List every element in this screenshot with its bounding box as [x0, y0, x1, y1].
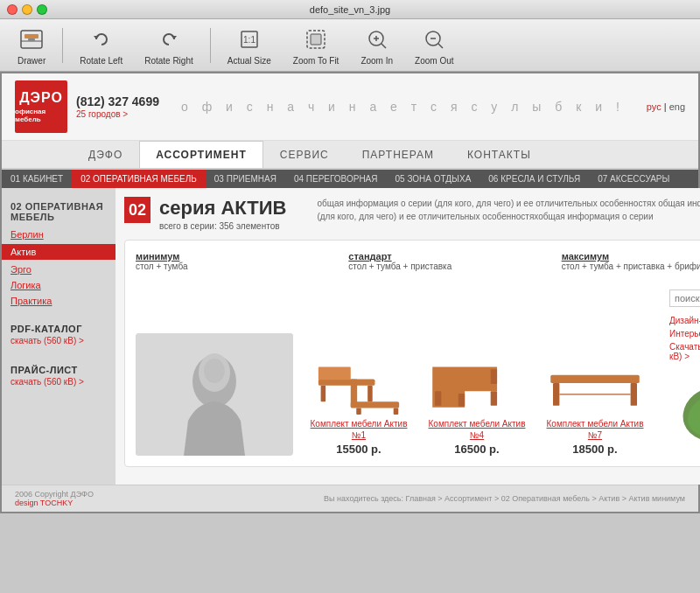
rotate-left-button[interactable]: Rotate Left — [71, 21, 131, 70]
nav-item-0[interactable]: ДЭФО — [72, 141, 139, 168]
zoom-out-label: Zoom Out — [415, 56, 453, 66]
svg-marker-4 — [94, 36, 99, 39]
svg-rect-35 — [553, 383, 559, 406]
sub-nav-item-6[interactable]: 07 АКСЕССУАРЫ — [589, 170, 678, 188]
product-name-1[interactable]: Комплект мебели Актив №4 — [424, 418, 529, 441]
svg-rect-25 — [368, 386, 373, 401]
zoom-out-button[interactable]: Zoom Out — [406, 21, 462, 70]
pdf-download-link[interactable]: скачать (560 кВ) > — [10, 336, 107, 345]
zoom-out-icon — [420, 25, 448, 53]
cities-link[interactable]: 25 городов > — [76, 109, 128, 119]
product-price-2: 18500 р. — [572, 443, 617, 456]
maximize-button[interactable] — [37, 4, 47, 15]
lang-ru[interactable]: рус — [647, 101, 662, 112]
sidebar-link-практика[interactable]: Практика — [2, 293, 116, 309]
price-download-link[interactable]: скачать (560 кВ) > — [10, 377, 107, 387]
sub-nav-item-0[interactable]: 01 КАБИНЕТ — [2, 170, 72, 188]
drawer-label: Drawer — [18, 56, 46, 66]
minimize-button[interactable] — [22, 4, 32, 15]
rotate-right-icon — [155, 25, 183, 53]
sub-nav-item-4[interactable]: 05 ЗОНА ОТДЫХА — [387, 170, 480, 188]
sub-nav-item-2[interactable]: 03 ПРИЕМНАЯ — [206, 170, 285, 188]
svg-rect-31 — [491, 369, 497, 384]
zoom-to-fit-icon — [302, 25, 330, 53]
sub-nav-item-1[interactable]: 02 ОПЕРАТИВНАЯ МЕБЕЛЬ — [72, 170, 206, 188]
site-lang: рус | eng — [647, 101, 685, 112]
main-content: 02 серия АКТИВ всего в серии: 356 элемен… — [116, 188, 700, 485]
actual-size-button[interactable]: 1:1 Actual Size — [219, 21, 280, 70]
footer-copyright: 2006 Copyright ДЭФО design TOCHKY — [15, 490, 94, 507]
svg-rect-21 — [318, 379, 375, 385]
lang-en[interactable]: eng — [669, 101, 685, 112]
sidebar-link-логика[interactable]: Логика — [2, 277, 116, 293]
title-bar: defo_site_vn_3.jpg — [0, 0, 700, 19]
phone: (812) 327 4699 — [76, 94, 159, 108]
right-link-0[interactable]: Дизайн-проекты > — [669, 316, 700, 325]
zoom-to-fit-label: Zoom To Fit — [293, 56, 340, 66]
sub-nav-item-3[interactable]: 04 ПЕРЕГОВОРНАЯ — [285, 170, 387, 188]
nav-item-1[interactable]: АССОРТИМЕНТ — [139, 141, 263, 168]
drawer-icon — [18, 25, 46, 53]
sidebar-link-эрго[interactable]: Эрго — [2, 262, 116, 277]
rotate-right-button[interactable]: Rotate Right — [136, 21, 202, 70]
close-button[interactable] — [7, 4, 18, 15]
svg-rect-30 — [435, 391, 441, 406]
tier-1: стандартстол + тумба + приставка — [348, 251, 552, 271]
hero-image — [136, 333, 293, 456]
toolbar: Drawer Rotate Left Rotate Right 1:1 — [0, 19, 700, 72]
product-price-1: 16500 р. — [454, 443, 499, 456]
drawer-button[interactable]: Drawer — [9, 21, 54, 70]
sidebar-link-берлин[interactable]: Берлин — [2, 227, 116, 242]
svg-rect-34 — [550, 375, 640, 383]
svg-rect-1 — [24, 34, 38, 38]
zoom-in-button[interactable]: Zoom In — [352, 21, 402, 70]
svg-rect-32 — [458, 394, 465, 407]
rotate-left-label: Rotate Left — [80, 56, 122, 66]
svg-line-13 — [382, 44, 386, 48]
product-card-1: Комплект мебели Актив №4 16500 р. — [424, 348, 529, 456]
series-description: общая информация о серии (для кого, для … — [317, 197, 700, 223]
tier-name-2: максимум — [562, 251, 700, 262]
zoom-in-label: Zoom In — [360, 56, 393, 66]
tier-name-1: стандарт — [348, 251, 552, 262]
nav-item-4[interactable]: КОНТАКТЫ — [451, 141, 548, 168]
right-sidebar: 🔍 Дизайн-проекты >Интерьеры >Скачать бук… — [661, 280, 700, 456]
svg-rect-9 — [311, 34, 321, 45]
actual-size-label: Actual Size — [228, 56, 271, 66]
sidebar-link-актив[interactable]: Актив — [2, 244, 116, 260]
toolbar-separator-2 — [210, 28, 211, 63]
site-header: ДЭРО офисная мебель (812) 327 4699 25 го… — [2, 73, 698, 141]
tier-2: максимумстол + тумба + приставка + брифи… — [562, 251, 700, 271]
product-price-0: 15500 р. — [336, 443, 381, 456]
sub-nav-item-5[interactable]: 06 КРЕСЛА И СТУЛЬЯ — [480, 170, 589, 188]
svg-rect-24 — [321, 386, 326, 401]
product-name-0[interactable]: Комплект мебели Актив №1 — [306, 418, 411, 441]
right-link-1[interactable]: Интерьеры > — [669, 329, 700, 338]
nav-item-2[interactable]: СЕРВИС — [263, 141, 346, 168]
product-name-2[interactable]: Комплект мебели Актив №7 — [542, 418, 648, 441]
product-card-2: Комплект мебели Актив №7 18500 р. — [542, 348, 648, 456]
zoom-to-fit-button[interactable]: Zoom To Fit — [284, 21, 348, 70]
footer-design-link[interactable]: design TOCHKY — [15, 499, 73, 507]
window-controls[interactable] — [7, 4, 47, 15]
tier-0: минимумстол + тумба — [136, 251, 340, 271]
left-sidebar: 02 ОПЕРАТИВНАЯ МЕБЕЛЬ БерлинАктивЭргоЛог… — [2, 188, 116, 485]
series-header: 02 серия АКТИВ всего в серии: 356 элемен… — [124, 197, 700, 231]
logo-text: ДЭРО — [19, 90, 63, 106]
rotate-left-icon — [88, 25, 116, 53]
site-footer: 2006 Copyright ДЭФО design TOCHKY Вы нах… — [2, 485, 698, 512]
breadcrumb: Вы находитесь здесь: Главная > Ассортиме… — [324, 494, 685, 503]
svg-rect-26 — [394, 408, 399, 415]
site-window: ДЭРО офисная мебель (812) 327 4699 25 го… — [0, 72, 700, 513]
svg-marker-5 — [172, 36, 177, 39]
logo-sub: офисная мебель — [15, 108, 67, 123]
search-input[interactable] — [669, 290, 700, 307]
content-area: 02 ОПЕРАТИВНАЯ МЕБЕЛЬ БерлинАктивЭргоЛог… — [2, 188, 698, 485]
tier-name-0: минимум — [136, 251, 340, 262]
zoom-in-icon — [363, 25, 391, 53]
site-logo: ДЭРО офисная мебель — [15, 80, 67, 133]
nav-item-3[interactable]: ПАРТНЕРАМ — [346, 141, 451, 168]
svg-rect-3 — [28, 38, 35, 41]
series-number: 02 — [124, 197, 150, 223]
right-link-2[interactable]: Скачать буклет (35 кВ) > — [669, 342, 700, 361]
